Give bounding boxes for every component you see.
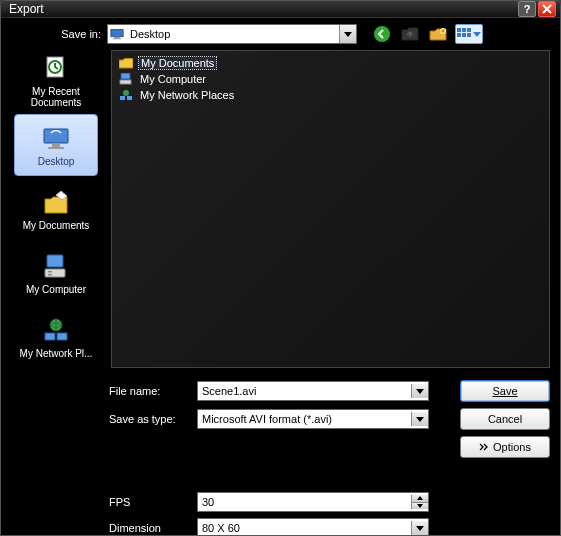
window-title: Export [9,2,516,16]
file-listing[interactable]: My Documents My Computer My Network Plac… [111,50,550,368]
dimension-label: Dimension [109,522,189,534]
savetype-arrow[interactable] [411,412,428,426]
savetype-label: Save as type: [109,413,189,425]
list-item-label: My Documents [138,56,217,70]
list-item-label: My Network Places [138,89,236,101]
views-icon [457,28,471,40]
place-network-label: My Network Pl... [20,348,93,359]
fps-value: 30 [202,496,407,508]
cancel-button[interactable]: Cancel [460,408,550,430]
savein-value: Desktop [126,28,339,40]
titlebar[interactable]: Export ? [1,1,560,18]
fps-input[interactable]: 30 [197,492,429,512]
savetype-value: Microsoft AVI format (*.avi) [202,413,407,425]
list-item-label: My Computer [138,73,208,85]
help-button[interactable]: ? [518,1,536,17]
svg-rect-7 [467,28,471,32]
savein-arrow[interactable] [339,25,356,43]
svg-rect-24 [120,80,131,84]
svg-rect-0 [111,30,123,37]
recent-icon [39,54,73,84]
svg-rect-15 [48,147,64,149]
dimension-value: 80 X 60 [202,522,407,534]
spin-up[interactable] [412,495,428,503]
svg-rect-23 [121,73,130,79]
svg-rect-17 [45,269,65,277]
place-desktop-label: Desktop [38,156,75,167]
desktop-icon-large [39,124,73,154]
list-item[interactable]: My Computer [116,71,545,87]
back-icon [373,25,391,43]
new-folder-icon [429,26,447,42]
place-mydocs-label: My Documents [23,220,90,231]
filename-input[interactable]: Scene1.avi [197,381,429,401]
svg-rect-1 [114,37,119,39]
svg-rect-21 [45,333,55,340]
network-icon [39,316,73,346]
desktop-icon [108,27,126,41]
close-icon [542,4,552,14]
place-recent[interactable]: My Recent Documents [14,50,98,112]
export-dialog: Export ? Save in: Desktop [0,0,561,536]
filename-history-arrow[interactable] [411,384,428,398]
filename-label: File name: [109,385,189,397]
place-mydocs[interactable]: My Documents [14,178,98,240]
svg-rect-10 [467,33,471,37]
list-item[interactable]: My Network Places [116,87,545,103]
place-mycomp[interactable]: My Computer [14,242,98,304]
views-button[interactable] [455,24,483,44]
svg-rect-27 [127,96,132,100]
spin-down[interactable] [412,503,428,510]
expand-icon [479,443,489,451]
new-folder-button[interactable] [427,24,449,44]
svg-rect-6 [462,28,466,32]
up-folder-icon [401,26,419,42]
list-item[interactable]: My Documents [116,55,545,71]
savein-label: Save in: [11,28,101,40]
network-places-icon [118,88,134,102]
place-recent-label: My Recent Documents [16,86,96,108]
mydocs-icon [39,188,73,218]
savetype-combo[interactable]: Microsoft AVI format (*.avi) [197,409,429,429]
svg-rect-9 [462,33,466,37]
svg-rect-19 [48,274,52,276]
svg-rect-5 [457,28,461,32]
svg-rect-18 [48,271,52,273]
computer-icon [118,72,134,86]
svg-rect-8 [457,33,461,37]
svg-rect-22 [57,333,67,340]
folder-icon [118,56,134,70]
places-bar: My Recent Documents Desktop My Documents [11,50,101,368]
svg-point-3 [374,26,390,42]
dimension-arrow[interactable] [411,521,428,535]
filename-value: Scene1.avi [202,385,407,397]
save-button[interactable]: Save [460,380,550,402]
dimension-combo[interactable]: 80 X 60 [197,518,429,536]
place-mycomp-label: My Computer [26,284,86,295]
close-button[interactable] [538,1,556,17]
svg-rect-2 [113,38,122,39]
up-button[interactable] [399,24,421,44]
svg-rect-14 [52,143,60,147]
svg-point-25 [123,90,129,96]
place-desktop[interactable]: Desktop [14,114,98,176]
fps-spinner[interactable] [411,495,428,509]
svg-rect-26 [120,96,125,100]
fps-label: FPS [109,496,189,508]
svg-rect-16 [47,255,63,267]
options-button[interactable]: Options [460,436,550,458]
back-button[interactable] [371,24,393,44]
savein-combo[interactable]: Desktop [107,24,357,44]
mycomp-icon [39,252,73,282]
place-network[interactable]: My Network Pl... [14,306,98,368]
